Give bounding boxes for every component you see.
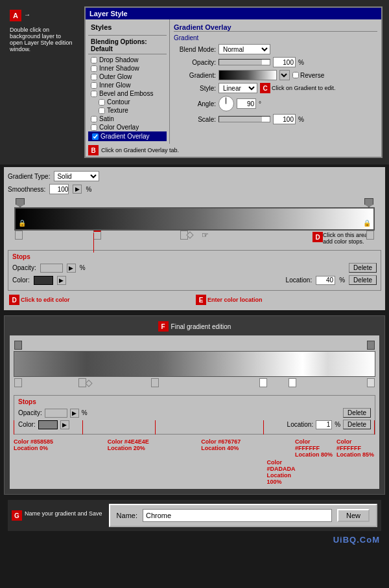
final-color-arrow[interactable]: ▶	[60, 420, 69, 429]
opacity-stops-input	[40, 264, 63, 273]
watermark: UiBQ.CoM	[333, 535, 380, 545]
styles-header: Styles	[88, 22, 167, 32]
opacity-delete-btn[interactable]: Delete	[349, 263, 377, 273]
outer-glow-item[interactable]: Outer Glow	[88, 73, 167, 81]
grad-type-row: Gradient Type: Solid	[8, 171, 381, 181]
outer-glow-checkbox[interactable]	[91, 74, 97, 80]
smoothness-input[interactable]	[49, 184, 69, 194]
stops-section: Stops Opacity: ▶ % Delete Color: ▶ Locat…	[8, 250, 381, 291]
texture-item[interactable]: Texture	[88, 106, 167, 115]
badge-d2: D	[9, 295, 19, 305]
gradient-row: Gradient: Reverse	[174, 70, 377, 80]
color-overlay-checkbox[interactable]	[91, 124, 97, 131]
angle-needle	[226, 98, 226, 104]
dialog-title: Layer Style	[86, 8, 381, 19]
satin-item[interactable]: Satin	[88, 115, 167, 123]
contour-label: Contour	[107, 98, 130, 106]
drop-shadow-checkbox[interactable]	[91, 57, 97, 63]
name-input[interactable]	[143, 509, 332, 522]
blend-mode-row: Blend Mode: Normal	[174, 44, 377, 54]
drop-shadow-item[interactable]: Drop Shadow	[88, 56, 167, 64]
scale-input[interactable]	[273, 114, 296, 124]
angle-control[interactable]	[218, 96, 234, 111]
contour-item[interactable]: Contour	[88, 98, 167, 106]
final-color-swatch[interactable]	[38, 420, 58, 429]
final-stops-panel: Stops Opacity: ▶ % Delete Color: ▶ Locat…	[14, 395, 375, 435]
gradient-preview[interactable]	[218, 70, 277, 80]
color-stop-0[interactable]	[15, 231, 23, 240]
scale-slider[interactable]	[218, 116, 270, 122]
inner-shadow-item[interactable]: Inner Shadow	[88, 64, 167, 73]
color-overlay-item[interactable]: Color Overlay	[88, 123, 167, 131]
final-stop-85[interactable]	[289, 378, 296, 387]
dialog-body: Styles Blending Options: Default Drop Sh…	[86, 19, 381, 144]
color-ann-100: Color #DADADALocation 100%	[14, 459, 267, 485]
final-opacity-stop-left[interactable]	[14, 341, 22, 350]
opacity-stops-arrow[interactable]: ▶	[67, 264, 76, 273]
final-stop-0[interactable]	[14, 378, 22, 387]
opacity-input[interactable]	[273, 57, 296, 67]
lock-icon-right: 🔒	[363, 220, 371, 227]
inner-shadow-label: Inner Shadow	[99, 65, 139, 72]
inner-glow-label: Inner Glow	[99, 82, 130, 89]
smoothness-arrow[interactable]: ▶	[73, 185, 82, 194]
color-delete-btn[interactable]: Delete	[349, 275, 377, 285]
opacity-stop-left[interactable]	[16, 198, 25, 207]
blend-mode-select[interactable]: Normal	[218, 44, 270, 54]
annotation-g-text: Name your gradient and Save	[25, 510, 102, 517]
final-stop-100[interactable]	[367, 378, 375, 387]
gradient-overlay-tab[interactable]: Gradient Overlay	[88, 131, 167, 141]
style-label: Style:	[174, 85, 216, 92]
opacity-slider[interactable]	[218, 59, 270, 65]
badge-g: G	[12, 510, 22, 521]
new-button[interactable]: New	[337, 509, 370, 522]
angle-input[interactable]	[237, 98, 256, 109]
final-location-input[interactable]	[316, 420, 332, 429]
gradient-label: Gradient:	[174, 72, 216, 79]
annotation-b-row: B Click on Gradient Overlay tab.	[86, 144, 381, 157]
style-select[interactable]: Linear	[218, 83, 257, 93]
inner-glow-checkbox[interactable]	[91, 82, 97, 89]
reverse-checkbox[interactable]	[292, 72, 299, 78]
gradient-dropdown[interactable]	[279, 70, 290, 80]
color-arrow[interactable]: ▶	[57, 276, 66, 285]
inner-shadow-checkbox[interactable]	[91, 65, 97, 72]
location-input[interactable]	[316, 276, 335, 285]
contour-checkbox[interactable]	[99, 99, 105, 106]
opacity-stop-right[interactable]	[364, 198, 373, 207]
final-opacity-stop-right[interactable]	[367, 341, 375, 350]
final-opacity-arrow[interactable]: ▶	[70, 409, 79, 418]
reverse-row: Reverse	[292, 72, 324, 79]
final-stop-80[interactable]	[259, 378, 267, 387]
badge-e: E	[196, 295, 206, 305]
final-opacity-delete[interactable]: Delete	[343, 408, 371, 418]
color-ann-40: Color #676767Location 40%	[201, 438, 292, 458]
final-title-row: F Final gradient edition	[10, 321, 379, 332]
opacity-stops-label: Opacity:	[12, 264, 36, 271]
color-stop-selected[interactable]	[93, 231, 101, 240]
inner-glow-item[interactable]: Inner Glow	[88, 81, 167, 89]
bevel-emboss-item[interactable]: Bevel and Emboss	[88, 89, 167, 98]
red-connector	[14, 246, 375, 247]
final-color-delete[interactable]: Delete	[343, 420, 371, 429]
blending-options[interactable]: Blending Options: Default	[88, 37, 167, 54]
top-stops	[14, 197, 375, 207]
opacity-label: Opacity:	[174, 59, 216, 66]
color-stop-end[interactable]	[366, 231, 374, 240]
gradient-overlay-checkbox[interactable]	[92, 133, 99, 140]
final-stop-40[interactable]	[151, 378, 159, 387]
color-swatch[interactable]	[34, 276, 53, 285]
gradient-overlay-label: Gradient Overlay	[100, 133, 150, 140]
badge-f: F	[158, 321, 169, 332]
grad-type-select[interactable]: Solid	[54, 171, 99, 181]
gradient-bar[interactable]: 🔒 🔒	[14, 207, 375, 231]
texture-checkbox[interactable]	[99, 107, 105, 114]
satin-checkbox[interactable]	[91, 116, 97, 122]
color-overlay-label: Color Overlay	[99, 124, 139, 131]
grad-type-label: Gradient Type:	[8, 173, 50, 180]
final-title-text: Final gradient edition	[171, 323, 231, 330]
angle-row: Angle: °	[174, 96, 377, 111]
bevel-emboss-checkbox[interactable]	[91, 91, 97, 97]
annotation-e-bottom: E Enter color location	[196, 295, 380, 305]
line-40	[155, 420, 156, 435]
